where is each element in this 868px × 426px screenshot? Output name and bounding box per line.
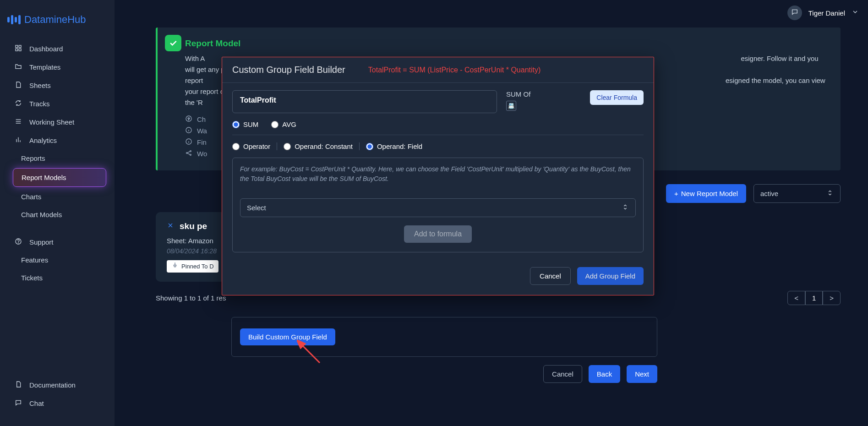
svg-line-24	[187, 153, 190, 155]
svg-line-23	[187, 152, 190, 153]
nav-chat[interactable]: Chat	[0, 394, 115, 412]
sum-of-label: SUM Of	[506, 90, 530, 98]
svg-point-21	[190, 151, 191, 152]
nav-chart-models[interactable]: Chart Models	[0, 206, 115, 224]
nav-label: Working Sheet	[29, 118, 74, 126]
share-icon	[185, 149, 192, 158]
nav-documentation[interactable]: Documentation	[0, 376, 115, 394]
page-prev[interactable]: <	[787, 291, 805, 305]
svg-point-20	[186, 153, 188, 154]
nav-label: Analytics	[29, 137, 57, 144]
modal-footer: Cancel Add Group Field	[222, 260, 654, 295]
info-icon	[185, 138, 192, 147]
radio-avg[interactable]: AVG	[271, 120, 296, 128]
nav-features[interactable]: Features	[0, 251, 115, 269]
info-icon	[185, 126, 192, 135]
help-circle-icon: ?	[185, 115, 192, 124]
modal-formula: TotalProfit = SUM (ListPrice - CostPerUn…	[368, 66, 541, 74]
nav-report-models[interactable]: Report Models	[13, 168, 106, 187]
field-name-input[interactable]: TotalProfit	[232, 90, 497, 113]
svg-rect-0	[16, 45, 18, 48]
nav-tracks[interactable]: Tracks	[0, 94, 115, 113]
new-report-model-button[interactable]: + New Report Model	[666, 184, 746, 203]
modal-header: Custom Group Field Builder TotalProfit =…	[222, 57, 654, 83]
updown-icon	[826, 189, 834, 198]
nav-charts[interactable]: Charts	[0, 188, 115, 206]
nav-reports[interactable]: Reports	[0, 149, 115, 167]
pinned-badge: Pinned To D	[167, 260, 218, 273]
logo-icon	[7, 15, 21, 24]
radio-operator[interactable]: Operator	[232, 142, 277, 150]
plus-icon: +	[674, 190, 678, 197]
nav-label: Tracks	[29, 100, 49, 108]
add-to-formula-button[interactable]: Add to formula	[404, 225, 472, 243]
radio-operand-field[interactable]: Operand: Field	[366, 142, 429, 150]
pagination: < 1 >	[787, 291, 841, 305]
svg-point-11	[18, 243, 19, 243]
sidebar: DatamineHub Dashboard Templates Sheets T…	[0, 0, 115, 426]
help-icon	[15, 238, 23, 246]
results-text: Showing 1 to 1 of 1 res	[156, 294, 226, 302]
file-icon	[15, 81, 23, 89]
folder-icon	[15, 63, 23, 71]
brand-name: DatamineHub	[24, 14, 86, 26]
check-icon	[165, 35, 181, 51]
refresh-icon	[15, 99, 23, 108]
radio-operand-constant[interactable]: Operand: Constant	[284, 142, 360, 150]
radio-sum[interactable]: SUM	[232, 120, 258, 128]
field-select[interactable]: Select	[240, 198, 636, 217]
svg-point-22	[190, 154, 191, 156]
custom-group-field-modal: Custom Group Field Builder TotalProfit =…	[222, 57, 654, 295]
nav-sheets[interactable]: Sheets	[0, 76, 115, 94]
helper-panel: For example: BuyCost = CostPerUnit * Qua…	[232, 158, 644, 252]
updown-icon	[622, 203, 629, 212]
helper-text: For example: BuyCost = CostPerUnit * Qua…	[240, 164, 636, 184]
sparkle-icon	[167, 221, 174, 231]
brand-logo[interactable]: DatamineHub	[0, 9, 115, 39]
nav-working-sheet[interactable]: Working Sheet	[0, 113, 115, 131]
nav-label: Templates	[29, 63, 60, 71]
banner-title: Report Model	[185, 38, 827, 49]
build-custom-group-field-button[interactable]: Build Custom Group Field	[240, 328, 335, 345]
wizard-next-button[interactable]: Next	[627, 365, 657, 383]
operand-radio-group: Operator Operand: Constant Operand: Fiel…	[232, 142, 644, 150]
build-row: Build Custom Group Field	[231, 317, 657, 357]
grid-icon	[15, 44, 23, 53]
doc-icon	[15, 381, 23, 389]
nav-analytics[interactable]: Analytics	[0, 131, 115, 149]
clear-formula-button[interactable]: Clear Formula	[590, 90, 644, 105]
svg-rect-1	[19, 45, 21, 48]
bars-icon	[15, 136, 23, 144]
below-modal-area: Build Custom Group Field Cancel Back Nex…	[231, 317, 657, 383]
status-filter-select[interactable]: active	[753, 184, 841, 203]
add-group-field-button[interactable]: Add Group Field	[577, 267, 644, 285]
svg-text:?: ?	[188, 117, 190, 121]
nav-dashboard[interactable]: Dashboard	[0, 39, 115, 58]
list-icon	[15, 118, 23, 126]
calculator-icon: 📇	[506, 101, 516, 111]
nav-tickets[interactable]: Tickets	[0, 269, 115, 287]
nav-label: Sheets	[29, 82, 51, 89]
chat-icon	[15, 399, 23, 407]
modal-cancel-button[interactable]: Cancel	[530, 267, 571, 285]
svg-rect-3	[19, 49, 21, 51]
nav-label: Dashboard	[29, 45, 63, 53]
page-1[interactable]: 1	[805, 291, 823, 305]
nav-support[interactable]: Support	[0, 233, 115, 251]
pin-icon	[171, 262, 179, 271]
wizard-back-button[interactable]: Back	[589, 365, 620, 383]
modal-title: Custom Group Field Builder	[232, 65, 345, 75]
svg-rect-2	[16, 49, 18, 51]
wizard-cancel-button[interactable]: Cancel	[543, 365, 582, 383]
page-next[interactable]: >	[823, 291, 841, 305]
nav-templates[interactable]: Templates	[0, 58, 115, 76]
aggregation-radio-group: SUM AVG	[232, 120, 644, 135]
